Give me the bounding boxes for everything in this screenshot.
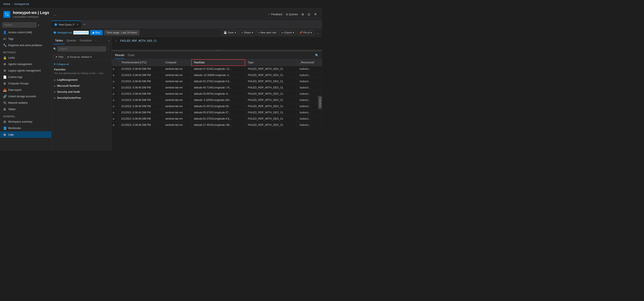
row-expand-button[interactable]: ▶ — [112, 78, 118, 84]
tables-collapse-button[interactable]: « — [108, 39, 110, 42]
col-computer[interactable]: Computer — [162, 59, 191, 66]
row-expand-button[interactable]: ▶ — [112, 110, 118, 116]
sidebar-item-data-export[interactable]: 📤 Data export — [0, 87, 51, 93]
new-alert-button[interactable]: + New alert rule — [256, 30, 278, 35]
sidebar-label-iam: Access control (IAM) — [8, 31, 32, 34]
share-button[interactable]: ↗ Share ▾ — [239, 30, 255, 35]
sidebar-item-workspace-summary[interactable]: ⊞ Workspace summary — [0, 118, 51, 125]
feedback-button[interactable]: ♡ Feedback — [266, 12, 284, 16]
sidebar-item-linked-storage[interactable]: 🔗 Linked storage accounts — [0, 93, 51, 100]
row-expand-button[interactable]: ▶ — [112, 84, 118, 91]
sidebar-item-diagnose[interactable]: 🔧 Diagnose and solve problems — [0, 42, 51, 48]
columns-side-tab[interactable]: Columns — [318, 96, 322, 109]
share-chevron: ▾ — [252, 31, 253, 34]
select-scope-button[interactable]: Select scope — [73, 31, 89, 34]
sidebar: « 👤 Access control (IAM) 🏷 Tags 🔧 Diagno… — [0, 20, 52, 150]
group-icon: ⊟ — [67, 56, 69, 58]
sidebar-item-tags[interactable]: 🏷 Tags — [0, 36, 51, 42]
sidebar-item-custom-logs[interactable]: 📄 Custom logs — [0, 74, 51, 80]
export-button[interactable]: ↦ Export ▾ — [280, 30, 296, 35]
table-group-header-security-audit[interactable]: ▶ Security and Audit — [52, 89, 112, 94]
results-tab-results[interactable]: Results — [115, 52, 124, 59]
col-rawdata[interactable]: RawData — [191, 59, 245, 66]
row-expand-button[interactable]: ▶ — [112, 116, 118, 122]
run-button[interactable]: ▶ Run — [90, 30, 102, 35]
tables-search-input[interactable] — [57, 46, 106, 52]
sidebar-search-input[interactable] — [2, 22, 36, 28]
iam-icon: 👤 — [3, 31, 6, 34]
workspace-menu-button[interactable]: ... — [54, 12, 56, 16]
breadcrumb-home[interactable]: Home — [4, 2, 10, 6]
group-by-button[interactable]: ⊟ Group by: Solution ▾ — [67, 56, 92, 58]
resize-handle[interactable]: • • • • • — [112, 50, 322, 52]
collapse-all-button[interactable]: ⊟ Collapse all — [52, 62, 112, 66]
tab-tables-label: Tables — [55, 39, 63, 42]
sidebar-label-workspace-summary: Workspace summary — [8, 120, 32, 123]
col-type[interactable]: Type — [245, 59, 297, 66]
computer-groups-icon: 🖥 — [3, 82, 6, 85]
save-button[interactable]: 💾 Save ▾ — [222, 30, 238, 35]
table-row: ▶ 2/1/2023, 6:38:46.598 PM sentinel-lab-… — [112, 78, 322, 84]
sidebar-item-computer-groups[interactable]: 🖥 Computer Groups — [0, 80, 51, 87]
sidebar-item-locks[interactable]: 🔒 Locks — [0, 54, 51, 61]
pin-to-button[interactable]: 📌 Pin to ▾ — [297, 30, 314, 35]
col-rawdata-label: RawData — [194, 61, 204, 64]
table-group-header-log-management[interactable]: ▶ LogManagement — [52, 77, 112, 82]
sidebar-label-linked-storage: Linked storage accounts — [8, 95, 36, 98]
settings-icon: ⚙ — [302, 13, 304, 16]
cell-type: FAILED_RDP_WITH_GEO_CL — [245, 66, 297, 72]
data-export-icon: 📤 — [3, 88, 6, 92]
filter-button[interactable]: ▼ Filter — [53, 55, 66, 59]
tab-tables[interactable]: Tables — [53, 37, 65, 44]
search-more-icon[interactable]: ⋮ — [107, 48, 110, 51]
queries-button[interactable]: ⊟ Queries — [285, 12, 299, 16]
row-expand-button[interactable]: ▶ — [112, 66, 118, 72]
sidebar-item-iam[interactable]: 👤 Access control (IAM) — [0, 29, 51, 36]
row-expand-button[interactable]: ▶ — [112, 72, 118, 78]
col-resourceid-label: _ResourceId — [300, 61, 314, 64]
layout-button[interactable]: ⊡ — [306, 12, 312, 17]
cell-computer: sentinel-lab-vm — [162, 91, 191, 97]
sidebar-collapse-button[interactable]: « — [38, 23, 40, 26]
col-resourceid[interactable]: _ResourceId — [297, 59, 322, 66]
sidebar-label-agents: Agents management — [8, 63, 32, 66]
sidebar-item-agents[interactable]: ⚙ Agents management — [0, 61, 51, 68]
cell-computer: sentinel-lab-vm — [162, 84, 191, 91]
more-options-button[interactable]: ... — [315, 30, 320, 35]
cell-type: FAILED_RDP_WITH_GEO_CL — [245, 84, 297, 91]
settings-button[interactable]: ⚙ — [300, 12, 306, 17]
sidebar-item-tables[interactable]: ⊞ Tables — [0, 106, 51, 112]
results-search-button[interactable]: 🔍 — [315, 54, 318, 57]
close-tab-button[interactable]: ✕ — [77, 23, 78, 26]
tab-queries[interactable]: Queries — [65, 37, 78, 44]
row-expand-button[interactable]: ▶ — [112, 97, 118, 103]
row-expand-button[interactable]: ▶ — [112, 91, 118, 97]
close-button[interactable]: ✕ — [312, 12, 318, 17]
new-alert-label: + New alert rule — [258, 31, 276, 34]
tab-functions[interactable]: Functions — [78, 37, 94, 44]
sidebar-item-workbooks[interactable]: 📘 Workbooks — [0, 125, 51, 132]
sidebar-label-diagnose: Diagnose and solve problems — [8, 44, 42, 47]
tables-tab-menu-button[interactable]: ··· — [94, 39, 97, 43]
network-isolation-icon: 🔌 — [3, 101, 6, 104]
row-expand-button[interactable]: ▶ — [112, 103, 118, 110]
table-row: ▶ 2/1/2023, 6:38:46.598 PM sentinel-lab-… — [112, 110, 322, 116]
col-type-label: Type — [248, 61, 254, 64]
results-tab-chart[interactable]: Chart — [128, 52, 134, 59]
row-expand-button[interactable]: ▶ — [112, 122, 118, 128]
cell-computer: sentinel-lab-vm — [162, 78, 191, 84]
sidebar-item-logs[interactable]: ⊞ Logs — [0, 132, 51, 138]
table-group-header-sentinel[interactable]: ▶ Microsoft Sentinel — [52, 83, 112, 88]
sidebar-item-network-isolation[interactable]: 🔌 Network isolation — [0, 100, 51, 106]
table-group-header-security-center-free[interactable]: ▶ SecurityCenterFree — [52, 95, 112, 100]
agents-icon: ⚙ — [3, 62, 6, 66]
tab-functions-label: Functions — [80, 39, 92, 42]
time-range-button[interactable]: Time range : Last 24 hours — [104, 30, 139, 35]
add-tab-button[interactable]: + — [81, 20, 88, 28]
sidebar-item-legacy-agents[interactable]: ⚙ Legacy agents management — [0, 68, 51, 74]
breadcrumb-current[interactable]: honeypot-ws — [14, 2, 29, 6]
query-editor[interactable]: 1 FAILED_RDP_WITH_GEO_CL — [112, 37, 322, 50]
locks-icon: 🔒 — [3, 56, 6, 60]
col-time-generated[interactable]: TimeGenerated [UTC] — [118, 59, 162, 66]
query-tab-1[interactable]: 🔷 New Query 1* ✕ — [52, 20, 81, 28]
